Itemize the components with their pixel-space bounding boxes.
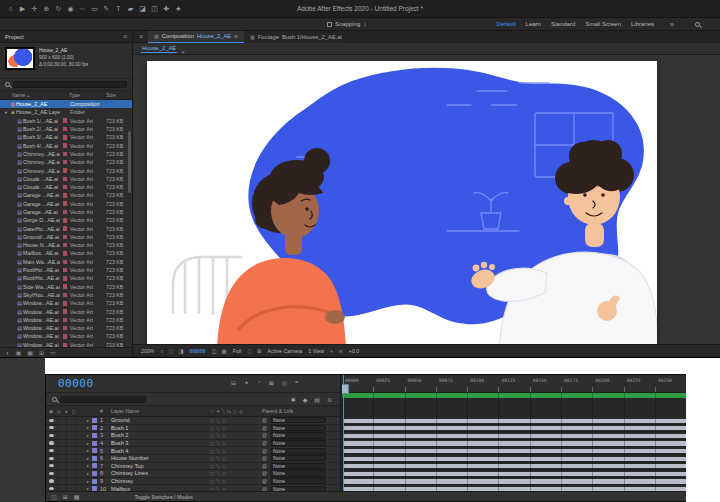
project-row[interactable]: House_2_AE Layers Folder — [0, 108, 132, 116]
pickwhip-icon[interactable] — [262, 470, 267, 476]
lock-cell[interactable] — [75, 432, 84, 439]
pickwhip-icon[interactable] — [262, 448, 267, 454]
home-tool-icon[interactable]: ⌂ — [6, 5, 15, 12]
project-row[interactable]: Bush 1/...AE.ai Vector Art 723 KB — [0, 117, 132, 125]
project-row[interactable]: Garage ...AE.ai Vector Art 723 KB — [0, 191, 132, 199]
workspace-item[interactable]: Learn — [526, 21, 541, 27]
solo-cell[interactable] — [66, 463, 75, 470]
parent-dropdown[interactable]: None — [270, 478, 326, 484]
panel-menu-icon[interactable] — [234, 33, 238, 40]
wave-icon[interactable]: ≋ — [327, 396, 332, 403]
label-color-chip[interactable] — [63, 127, 68, 132]
visibility-eye-icon[interactable] — [46, 487, 57, 490]
label-color-chip[interactable] — [63, 268, 68, 273]
lock-cell[interactable] — [75, 478, 84, 485]
twirl-icon[interactable] — [84, 418, 92, 423]
parent-dropdown[interactable]: None — [270, 417, 326, 423]
workspace-overflow-chevrons[interactable]: » — [670, 21, 674, 28]
layer-switches-icons[interactable] — [210, 417, 262, 423]
column-size[interactable]: Size — [106, 92, 132, 98]
composition-canvas[interactable] — [147, 61, 657, 344]
parent-dropdown[interactable]: None — [270, 425, 326, 431]
layer-duration-bar[interactable] — [343, 426, 715, 430]
label-color-chip[interactable] — [63, 326, 68, 331]
solo-cell[interactable] — [66, 432, 75, 439]
audio-cell[interactable] — [57, 440, 66, 447]
timeline-layer-row[interactable]: 4 Bush 3 None — [46, 440, 340, 448]
layer-color-chip[interactable] — [92, 456, 97, 461]
pan-behind-tool-icon[interactable]: ⇔ — [78, 5, 87, 12]
timeline-layer-row[interactable]: 5 Bush 4 None — [46, 447, 340, 455]
type-tool-icon[interactable]: T — [114, 5, 123, 12]
label-color-chip[interactable] — [63, 168, 68, 173]
timeline-layer-row[interactable]: 7 Chimney Top None — [46, 463, 340, 471]
project-row[interactable]: Garage ...AE.ai Vector Art 723 KB — [0, 200, 132, 208]
tab-project[interactable]: Project — [5, 34, 24, 40]
layer-duration-bar[interactable] — [343, 472, 715, 476]
live-update-icon[interactable]: ✱ — [291, 396, 296, 403]
audio-cell[interactable] — [57, 455, 66, 462]
column-name[interactable]: Name — [12, 92, 58, 98]
timeline-layer-row[interactable]: 3 Bush 2 None — [46, 432, 340, 440]
project-row[interactable]: Sky/Hou...AE.ai Vector Art 723 KB — [0, 291, 132, 299]
solo-cell[interactable] — [66, 425, 75, 432]
playhead[interactable] — [343, 375, 344, 491]
layer-duration-bar[interactable] — [343, 457, 715, 461]
project-scrollbar[interactable] — [128, 131, 131, 193]
project-row[interactable]: Bush 2/...AE.ai Vector Art 723 KB — [0, 125, 132, 133]
layer-color-chip[interactable] — [92, 441, 97, 446]
project-settings-icon[interactable]: ⊞ — [39, 349, 44, 356]
timeline-layer-row[interactable]: 9 Chimney None — [46, 478, 340, 486]
auto-keyframe-icon[interactable]: ◆ — [303, 396, 308, 403]
lock-cell[interactable] — [75, 470, 84, 477]
roto-brush-tool-icon[interactable]: ✚ — [162, 5, 171, 13]
layer-switches-icons[interactable] — [210, 455, 262, 461]
layer-color-chip[interactable] — [92, 471, 97, 476]
twirl-icon[interactable] — [84, 433, 92, 438]
label-color-chip[interactable] — [63, 193, 68, 198]
project-row[interactable]: Side Wa...AE.ai Vector Art 723 KB — [0, 283, 132, 291]
eraser-tool-icon[interactable]: ◫ — [150, 5, 159, 13]
viewer-timecode[interactable]: 00000 — [189, 348, 205, 354]
label-color-chip[interactable] — [63, 309, 68, 314]
pickwhip-icon[interactable] — [262, 455, 267, 461]
layer-switches-icons[interactable] — [210, 440, 262, 446]
project-row[interactable]: Bush 4/...AE.ai Vector Art 723 KB — [0, 141, 132, 149]
pickwhip-icon[interactable] — [262, 440, 267, 446]
layer-color-chip[interactable] — [92, 425, 97, 430]
project-row[interactable]: Window...AE.ai Vector Art 723 KB — [0, 332, 132, 340]
lock-cell[interactable] — [75, 463, 84, 470]
workspace-item[interactable]: Libraries — [631, 21, 654, 27]
visibility-eye-icon[interactable] — [46, 472, 57, 475]
project-row[interactable]: Gorge D...AE.ai Vector Art 723 KB — [0, 216, 132, 224]
layer-color-chip[interactable] — [92, 463, 97, 468]
comp-mini-flowchart-icon[interactable]: ⊟ — [231, 379, 236, 386]
twirl-icon[interactable] — [84, 463, 92, 468]
fast-previews-icon[interactable]: ≋ — [338, 348, 343, 355]
project-row[interactable]: Ground/...AE.ai Vector Art 723 KB — [0, 233, 132, 241]
layer-duration-bar[interactable] — [343, 464, 715, 468]
label-color-chip[interactable] — [63, 185, 68, 190]
project-row[interactable]: Window...AE.ai Vector Art 723 KB — [0, 324, 132, 332]
workspace-item[interactable]: Standard — [551, 21, 575, 27]
transparency-grid-icon[interactable]: ⊞ — [257, 348, 262, 354]
timeline-layer-row[interactable]: 8 Chimney Lines None — [46, 470, 340, 478]
pen-tool-icon[interactable]: ✎ — [102, 5, 111, 13]
layer-switches-icons[interactable] — [210, 478, 262, 484]
project-row[interactable]: Main Wa...AE.ai Vector Art 723 KB — [0, 258, 132, 266]
visibility-eye-icon[interactable] — [46, 441, 57, 444]
visibility-eye-icon[interactable] — [46, 457, 57, 460]
pickwhip-icon[interactable] — [262, 463, 267, 469]
shape-tool-icon[interactable]: ▭ — [90, 5, 99, 13]
visibility-eye-icon[interactable] — [46, 479, 57, 482]
pickwhip-icon[interactable] — [262, 432, 267, 438]
exposure-value[interactable]: +0.0 — [349, 348, 359, 354]
label-color-chip[interactable] — [63, 251, 68, 256]
draft-3d-icon[interactable]: ✦ — [244, 379, 249, 386]
project-row[interactable]: Chimney...AE.ai Vector Art 723 KB — [0, 150, 132, 158]
label-color-chip[interactable] — [63, 102, 68, 107]
composition-name-tab[interactable]: House_2_AE — [141, 45, 177, 53]
viewer-tab[interactable]: Composition House_2_AE — [148, 31, 244, 43]
visibility-eye-icon[interactable] — [46, 449, 57, 452]
layer-color-chip[interactable] — [92, 479, 97, 484]
